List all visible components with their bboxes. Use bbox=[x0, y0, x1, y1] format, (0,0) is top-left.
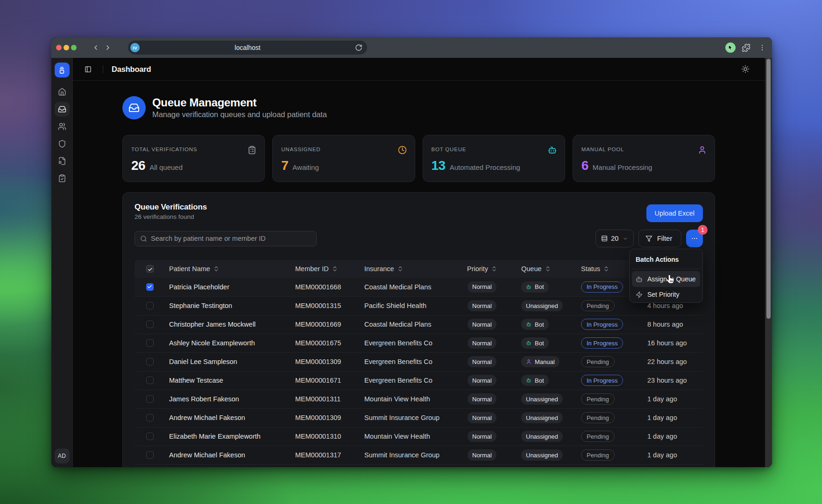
selection-count-badge: 1 bbox=[698, 225, 708, 235]
table-row[interactable]: Christopher James MockwellMEM00001669Coa… bbox=[135, 315, 703, 334]
cell-insurance: Mountain View Health bbox=[363, 390, 467, 408]
row-checkbox[interactable] bbox=[146, 433, 154, 440]
cell-insurance: Summit Insurance Group bbox=[363, 408, 467, 427]
col-header-insurance[interactable]: Insurance bbox=[364, 265, 394, 273]
cell-member-id: MEM00001310 bbox=[294, 427, 363, 446]
priority-pill: Normal bbox=[468, 412, 496, 423]
app-logo[interactable] bbox=[55, 63, 70, 77]
status-pill: In Progress bbox=[581, 375, 623, 386]
close-button[interactable] bbox=[56, 45, 62, 50]
browser-window: IV localhost bbox=[51, 37, 772, 467]
row-checkbox[interactable] bbox=[146, 339, 154, 347]
browser-menu-icon[interactable] bbox=[758, 44, 766, 51]
back-icon[interactable] bbox=[92, 44, 99, 51]
sidebar-item-queue[interactable] bbox=[55, 102, 70, 117]
row-checkbox[interactable] bbox=[146, 321, 154, 328]
col-header-status[interactable]: Status bbox=[581, 265, 600, 273]
inbox-icon bbox=[128, 102, 140, 113]
table-row[interactable]: Andrew Michael FakesonMEM00001309Summit … bbox=[135, 408, 703, 427]
stat-label: MANUAL POOL bbox=[581, 147, 706, 152]
col-header-queue[interactable]: Queue bbox=[521, 265, 542, 273]
status-pill: Pending bbox=[581, 300, 615, 311]
scrollbar-thumb[interactable] bbox=[766, 59, 771, 319]
zoom-button[interactable] bbox=[71, 45, 77, 50]
sidebar-item-security[interactable] bbox=[55, 136, 70, 151]
cell-updated: 22 hours ago bbox=[646, 352, 703, 371]
recorder-extension-icon[interactable] bbox=[725, 42, 736, 53]
page-subtitle: Manage verification queues and upload pa… bbox=[152, 110, 327, 119]
filter-button[interactable]: Filter bbox=[638, 230, 681, 247]
cell-insurance: Mountain View Health bbox=[363, 427, 467, 446]
search-input[interactable] bbox=[151, 235, 311, 242]
stat-card-bot-queue: BOT QUEUE13Automated Processing bbox=[423, 135, 565, 182]
sidebar-item-home[interactable] bbox=[55, 84, 70, 99]
row-checkbox[interactable] bbox=[146, 451, 154, 459]
status-pill: Pending bbox=[581, 412, 615, 423]
cell-member-id: MEM00001315 bbox=[294, 296, 363, 315]
row-checkbox[interactable] bbox=[146, 358, 154, 365]
col-header-member-id[interactable]: Member ID bbox=[295, 265, 329, 273]
row-checkbox[interactable] bbox=[146, 395, 154, 403]
menu-item-assign-to-queue[interactable]: Assign to Queue bbox=[632, 271, 700, 287]
topbar-separator bbox=[103, 65, 103, 73]
row-checkbox[interactable] bbox=[146, 283, 154, 291]
cell-insurance: Evergreen Benefits Co bbox=[363, 352, 467, 371]
row-checkbox[interactable] bbox=[146, 377, 154, 384]
priority-pill: Normal bbox=[468, 337, 496, 349]
cell-insurance: Evergreen Benefits Co bbox=[363, 334, 467, 352]
minimize-button[interactable] bbox=[64, 45, 69, 50]
table-row[interactable]: Patricia PlaceholderMEM00001668Coastal M… bbox=[135, 278, 703, 296]
queue-pill: Manual bbox=[521, 356, 560, 367]
address-bar[interactable]: IV localhost bbox=[128, 41, 367, 55]
col-header-priority[interactable]: Priority bbox=[467, 265, 488, 273]
cell-updated: 8 hours ago bbox=[646, 315, 703, 334]
reload-icon[interactable] bbox=[355, 44, 362, 51]
cell-patient-name: Stephanie Testington bbox=[157, 296, 294, 315]
bot-icon bbox=[526, 340, 531, 346]
table-row[interactable]: James Robert FakesonMEM00001311Mountain … bbox=[135, 390, 703, 408]
table-header-row: Patient Name Member ID Insurance Priorit… bbox=[135, 260, 703, 278]
user-avatar[interactable]: AD bbox=[55, 448, 70, 463]
forward-icon[interactable] bbox=[104, 44, 112, 51]
row-checkbox[interactable] bbox=[146, 302, 154, 309]
stat-sub: Automated Processing bbox=[450, 163, 520, 171]
table-row[interactable]: Ashley Nicole ExampleworthMEM00001675Eve… bbox=[135, 334, 703, 352]
queue-pill: Bot bbox=[521, 375, 549, 386]
sort-icon[interactable] bbox=[491, 266, 497, 272]
menu-title: Batch Actions bbox=[632, 252, 700, 269]
sort-icon[interactable] bbox=[332, 266, 338, 272]
sidebar-item-tasks[interactable] bbox=[55, 171, 70, 186]
stat-value: 13 bbox=[432, 158, 446, 173]
cell-patient-name: Andrew Michael Fakeson bbox=[157, 408, 294, 427]
table-row[interactable]: Elizabeth Marie ExampleworthMEM00001310M… bbox=[135, 427, 703, 446]
theme-toggle-icon[interactable] bbox=[741, 65, 750, 73]
batch-actions-button[interactable]: 1 bbox=[686, 230, 703, 247]
menu-item-set-priority[interactable]: Set Priority bbox=[632, 287, 700, 301]
table-row[interactable]: Andrew Michael FakesonMEM00001317Summit … bbox=[135, 446, 703, 464]
sidebar-item-patients[interactable] bbox=[55, 119, 70, 134]
sort-icon[interactable] bbox=[603, 266, 609, 272]
stat-sub: All queued bbox=[149, 163, 183, 171]
panel-left-icon[interactable] bbox=[85, 66, 92, 73]
table-row[interactable]: Daniel Lee SamplesonMEM00001309Evergreen… bbox=[135, 352, 703, 371]
table-row[interactable]: Stephanie TestingtonMEM00001315Pacific S… bbox=[135, 296, 703, 315]
priority-pill: Normal bbox=[468, 356, 496, 367]
sort-icon[interactable] bbox=[213, 266, 220, 272]
select-all-checkbox[interactable] bbox=[146, 265, 154, 273]
cell-member-id: MEM00001317 bbox=[294, 446, 363, 464]
table-row[interactable] bbox=[135, 464, 703, 467]
row-checkbox[interactable] bbox=[146, 414, 154, 421]
sidebar-item-files[interactable] bbox=[55, 154, 70, 168]
upload-excel-button[interactable]: Upload Excel bbox=[646, 204, 703, 222]
extensions-icon[interactable] bbox=[742, 43, 751, 52]
status-pill: Pending bbox=[581, 356, 615, 367]
page-size-button[interactable]: 20 bbox=[595, 230, 634, 247]
cell-member-id: MEM00001669 bbox=[294, 315, 363, 334]
sort-icon[interactable] bbox=[397, 266, 404, 272]
sort-icon[interactable] bbox=[545, 266, 551, 272]
col-header-patient-name[interactable]: Patient Name bbox=[169, 265, 210, 273]
stat-card-total-verifications: TOTAL VERIFICATIONS26All queued bbox=[122, 135, 265, 182]
clock-icon bbox=[398, 146, 407, 154]
table-row[interactable]: Matthew TestcaseMEM00001671Evergreen Ben… bbox=[135, 371, 703, 390]
cell-patient-name: Elizabeth Marie Exampleworth bbox=[157, 427, 294, 446]
